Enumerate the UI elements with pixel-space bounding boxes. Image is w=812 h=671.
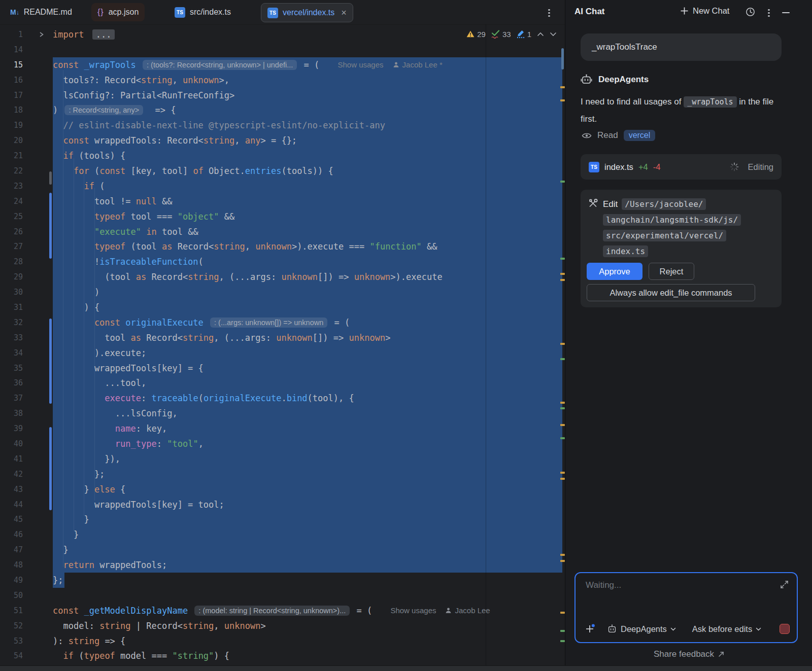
gutter: 18 (0, 102, 53, 118)
code-line[interactable]: 54 if (typeof model === "string") { (0, 649, 562, 664)
lines-removed: -4 (653, 162, 661, 172)
code-vision-author[interactable]: Jacob Lee * (393, 60, 443, 69)
code-line[interactable]: 32 const originalExecute : (...args: unk… (0, 315, 562, 330)
code-line[interactable]: 34 ).execute; (0, 345, 562, 361)
code-line[interactable]: 47 } (0, 542, 562, 557)
line-number: 30 (0, 288, 23, 297)
external-arrow-icon (718, 651, 724, 657)
code-line[interactable]: 46 } (0, 527, 562, 542)
code-line[interactable]: 50 (0, 588, 562, 603)
code-line[interactable]: 35 wrappedTools[key] = { (0, 361, 562, 376)
code-line[interactable]: 21 if (tools) { (0, 148, 562, 163)
gutter: 51 (0, 603, 53, 618)
attach-plus-icon[interactable] (585, 624, 595, 634)
tab-readme-md[interactable]: M↓README.md (4, 3, 78, 21)
model-selector[interactable]: DeepAgents (607, 624, 676, 634)
code-line[interactable]: 53): string => { (0, 633, 562, 649)
code-vision-usages[interactable]: Show usages (338, 60, 384, 69)
gutter: 52 (0, 618, 53, 633)
line-number: 37 (0, 394, 23, 403)
line-number: 22 (0, 166, 23, 175)
user-message-bubble: _wrapToolsTrace (581, 33, 782, 61)
line-number: 26 (0, 227, 23, 236)
gutter: 22 (0, 163, 53, 179)
code-line[interactable]: 39 name: key, (0, 421, 562, 436)
code-line[interactable]: 24 tool != null && (0, 194, 562, 209)
approve-button[interactable]: Approve (587, 263, 642, 280)
next-problem-icon[interactable] (550, 32, 557, 37)
gutter: 16 (0, 73, 53, 88)
chat-input[interactable]: Waiting... (574, 572, 798, 643)
line-number: 20 (0, 136, 23, 145)
code-line[interactable]: 18) : Record<string, any> => { (0, 102, 562, 118)
inline-code-chip: _wrapTools (684, 96, 736, 108)
code-line[interactable]: 17 lsConfig?: Partial<RunTreeConfig> (0, 88, 562, 103)
code-line[interactable]: 43 } else { (0, 482, 562, 497)
agent-name: DeepAgents (598, 75, 649, 85)
line-number: 43 (0, 485, 23, 494)
code-line[interactable]: 37 execute: traceable(originalExecute.bi… (0, 391, 562, 406)
warnings-badge[interactable]: 29 (466, 30, 486, 39)
code-line[interactable]: 26 "execute" in tool && (0, 224, 562, 239)
code-line[interactable]: 49}; (0, 573, 562, 588)
typescript-icon: TS (267, 8, 278, 18)
code-editor[interactable]: 1import ...1415const _wrapTools : (tools… (0, 24, 565, 665)
share-feedback-link[interactable]: Share feedback (565, 649, 812, 659)
code-line[interactable]: 15const _wrapTools : (tools?: Record<str… (0, 57, 562, 73)
fold-arrow-icon[interactable] (39, 31, 44, 37)
gutter: 40 (0, 436, 53, 451)
tab-src-index-ts[interactable]: TSsrc/index.ts (168, 3, 237, 21)
code-line[interactable]: 14 (0, 42, 562, 57)
minimize-panel-icon[interactable] (782, 12, 790, 13)
scrollbar-thumb[interactable] (561, 48, 564, 69)
eye-icon (582, 132, 592, 139)
code-line[interactable]: 28 !isTraceableFunction( (0, 254, 562, 269)
expand-input-icon[interactable] (780, 580, 789, 591)
resolved-badge[interactable]: 33 (491, 30, 511, 39)
folded-code-chip[interactable]: ... (92, 29, 115, 40)
chat-history-clock-icon[interactable] (746, 7, 755, 17)
code-line[interactable]: 52 model: string | Record<string, unknow… (0, 618, 562, 633)
tab-close-icon[interactable]: × (341, 8, 347, 17)
line-number: 18 (0, 105, 23, 115)
code-line[interactable]: 41 }), (0, 451, 562, 467)
code-line[interactable]: 38 ...lsConfig, (0, 406, 562, 421)
new-chat-button[interactable]: New Chat (680, 6, 729, 16)
chat-menu-kebab-icon[interactable] (768, 8, 770, 18)
code-vision-author[interactable]: Jacob Lee (445, 606, 490, 615)
code-line[interactable]: 30 ) (0, 285, 562, 300)
gutter: 34 (0, 345, 53, 361)
tab-options-kebab-icon[interactable] (548, 8, 550, 18)
code-line[interactable]: 33 tool as Record<string, (...args: unkn… (0, 330, 562, 345)
code-vision-usages[interactable]: Show usages (390, 606, 436, 615)
code-line[interactable]: 22 for (const [key, tool] of Object.entr… (0, 163, 562, 179)
code-line[interactable]: 29 (tool as Record<string, (...args: unk… (0, 269, 562, 285)
code-line[interactable]: 25 typeof tool === "object" && (0, 209, 562, 224)
code-line[interactable]: 27 typeof (tool as Record<string, unknow… (0, 239, 562, 254)
code-line[interactable]: 36 ...tool, (0, 375, 562, 391)
code-line[interactable]: 42 }; (0, 467, 562, 482)
gutter: 31 (0, 300, 53, 315)
reject-button[interactable]: Reject (649, 263, 694, 280)
code-line[interactable]: 16 tools?: Record<string, unknown>, (0, 73, 562, 88)
tab-vercel-index-ts[interactable]: TSvercel/index.ts× (261, 3, 353, 22)
always-allow-button[interactable]: Always allow edit_file commands (587, 284, 755, 301)
line-number: 49 (0, 576, 23, 585)
code-line[interactable]: 20 const wrappedTools: Record<string, an… (0, 133, 562, 148)
code-line[interactable]: 23 if ( (0, 179, 562, 194)
read-target-chip[interactable]: vercel (624, 130, 656, 141)
code-line[interactable]: 19 // eslint-disable-next-line @typescri… (0, 118, 562, 133)
code-line[interactable]: 51const _getModelDisplayName : (model: s… (0, 603, 562, 618)
edited-file-card[interactable]: TS index.ts +4 -4 Editing (581, 154, 782, 180)
inlay-type-hint: : (tools?: Record<string, unknown> | und… (143, 60, 297, 70)
prev-problem-icon[interactable] (537, 32, 544, 37)
code-line[interactable]: 48 return wrappedTools; (0, 557, 562, 573)
edit-mode-selector[interactable]: Ask before edits (692, 624, 761, 634)
code-line[interactable]: 31 ) { (0, 300, 562, 315)
code-line[interactable]: 44 wrappedTools[key] = tool; (0, 497, 562, 512)
code-line[interactable]: 40 run_type: "tool", (0, 436, 562, 451)
stop-button[interactable] (780, 624, 790, 634)
tab-acp-json[interactable]: {}acp.json (91, 3, 145, 21)
code-line[interactable]: 45 } (0, 512, 562, 527)
edited-badge[interactable]: 1 (517, 30, 531, 39)
